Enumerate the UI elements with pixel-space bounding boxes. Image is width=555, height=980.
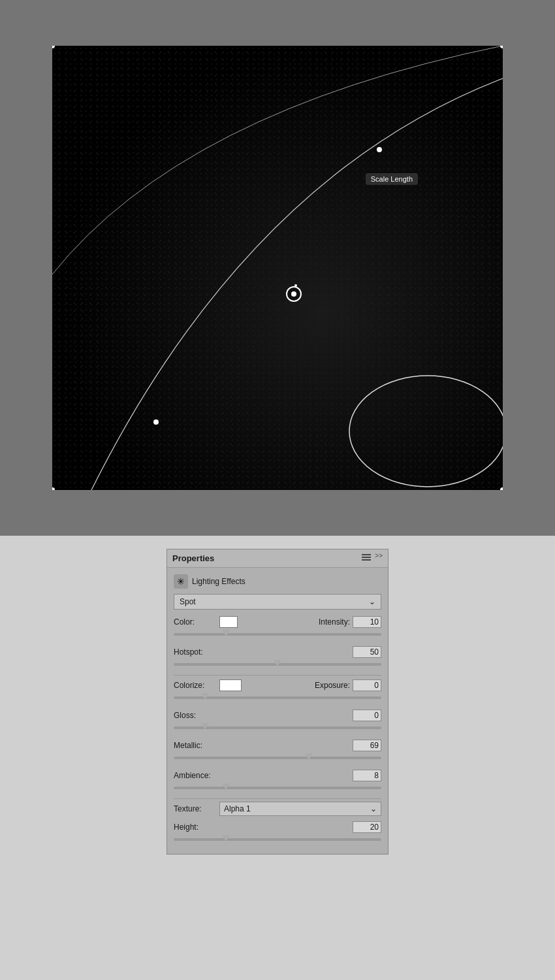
texture-chevron: ⌄ <box>370 804 377 813</box>
panel-header: >> Properties <box>167 549 388 568</box>
lighting-effects-title: Lighting Effects <box>192 577 246 586</box>
divider-2 <box>174 798 381 799</box>
texture-row: Texture: Alpha 1 ⌄ <box>174 802 381 816</box>
hotspot-row: Hotspot: 50 <box>174 645 381 659</box>
height-slider-thumb[interactable] <box>222 835 230 841</box>
canvas-svg <box>52 46 503 490</box>
exposure-slider-row <box>174 694 381 704</box>
ambience-label: Ambience: <box>174 771 219 780</box>
texture-dropdown[interactable]: Alpha 1 ⌄ <box>219 802 381 816</box>
center-control[interactable] <box>286 286 302 302</box>
lighting-icon: ✳ <box>174 574 188 589</box>
light-type-dropdown[interactable]: Spot ⌄ <box>174 594 381 610</box>
intensity-group: Intensity: 10 <box>319 616 381 628</box>
hotspot-slider-row <box>174 661 381 671</box>
center-outer-ring <box>286 286 302 302</box>
gloss-slider-thumb[interactable] <box>201 723 209 730</box>
height-row: Height: 20 <box>174 820 381 834</box>
gloss-row: Gloss: 0 <box>174 708 381 723</box>
height-value[interactable]: 20 <box>353 821 381 833</box>
canvas-frame[interactable]: Scale Length <box>52 46 503 490</box>
panel-body: ✳ Lighting Effects Spot ⌄ Color: Intensi… <box>167 568 388 854</box>
metallic-slider-thumb[interactable] <box>305 753 313 760</box>
colorize-label: Colorize: <box>174 681 219 690</box>
texture-value: Alpha 1 <box>224 804 251 813</box>
height-slider-track <box>174 838 381 841</box>
metallic-row: Metallic: 69 <box>174 738 381 753</box>
metallic-slider-row <box>174 754 381 764</box>
panel-expand-icon[interactable]: >> <box>375 552 383 559</box>
color-label: Color: <box>174 617 219 627</box>
center-inner-dot <box>291 291 296 297</box>
color-intensity-row: Color: Intensity: 10 <box>174 615 381 629</box>
colorize-swatch[interactable] <box>219 679 242 691</box>
panel-title: Properties <box>172 553 214 563</box>
corner-handle-br[interactable] <box>500 487 503 490</box>
bottom-area: >> Properties ✳ Lighting Effects Spot ⌄ <box>0 536 555 980</box>
divider-1 <box>174 675 381 676</box>
exposure-slider-thumb[interactable] <box>201 693 209 700</box>
panel-menu-button[interactable] <box>362 554 371 563</box>
corner-handle-curve-bl[interactable] <box>153 419 159 425</box>
height-slider-row <box>174 836 381 846</box>
canvas-area: Scale Length <box>0 0 555 536</box>
metallic-slider-track <box>174 757 381 759</box>
exposure-group: Exposure: 0 <box>315 679 381 691</box>
hotspot-value[interactable]: 50 <box>353 646 381 658</box>
ambience-row: Ambience: 8 <box>174 768 381 783</box>
ambience-value[interactable]: 8 <box>353 770 381 781</box>
intensity-label: Intensity: <box>319 617 350 627</box>
intensity-slider-thumb[interactable] <box>222 630 230 636</box>
panel-title-row: Properties <box>172 553 214 563</box>
properties-panel: >> Properties ✳ Lighting Effects Spot ⌄ <box>166 549 388 855</box>
ambience-slider-row <box>174 784 381 794</box>
exposure-value[interactable]: 0 <box>353 679 381 691</box>
gloss-value[interactable]: 0 <box>353 710 381 721</box>
gloss-slider-row <box>174 724 381 734</box>
ambience-slider-thumb[interactable] <box>222 783 230 790</box>
intensity-slider-track <box>174 633 381 636</box>
light-type-value: Spot <box>180 597 196 606</box>
height-label: Height: <box>174 823 219 832</box>
intensity-slider-row <box>174 630 381 641</box>
svg-point-0 <box>349 376 503 487</box>
metallic-value[interactable]: 69 <box>353 740 381 751</box>
corner-handle-mid[interactable] <box>377 147 382 152</box>
light-type-dropdown-row: Spot ⌄ <box>174 594 381 610</box>
hotspot-slider-thumb[interactable] <box>274 660 281 666</box>
colorize-exposure-row: Colorize: Exposure: 0 <box>174 678 381 693</box>
gloss-label: Gloss: <box>174 711 219 720</box>
texture-label: Texture: <box>174 804 219 813</box>
intensity-value[interactable]: 10 <box>353 616 381 628</box>
metallic-label: Metallic: <box>174 741 219 750</box>
lighting-effects-header: ✳ Lighting Effects <box>174 572 381 594</box>
light-type-chevron: ⌄ <box>369 597 375 606</box>
color-swatch[interactable] <box>219 616 238 628</box>
ambience-slider-track <box>174 787 381 789</box>
exposure-label: Exposure: <box>315 681 350 690</box>
scale-length-tooltip: Scale Length <box>366 173 418 185</box>
hotspot-label: Hotspot: <box>174 647 219 657</box>
